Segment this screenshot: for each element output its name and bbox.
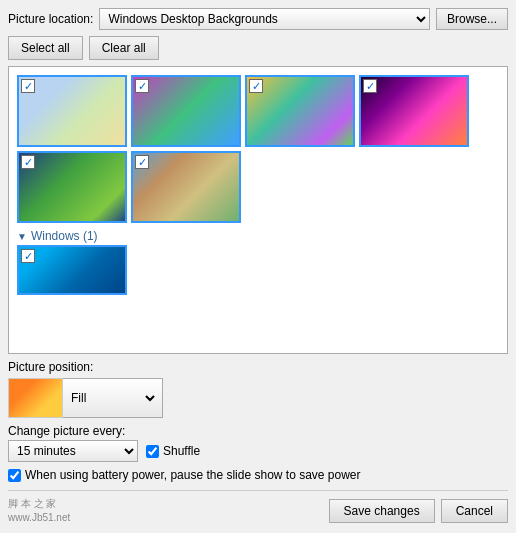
gallery-item-checkbox[interactable] xyxy=(21,249,35,263)
save-changes-button[interactable]: Save changes xyxy=(329,499,435,523)
location-dropdown-wrapper[interactable]: Windows Desktop Backgrounds xyxy=(99,8,430,30)
picture-position-label: Picture position: xyxy=(8,360,508,374)
gallery-item[interactable] xyxy=(131,151,241,223)
gallery-item-checkbox[interactable] xyxy=(135,79,149,93)
battery-checkbox[interactable] xyxy=(8,469,21,482)
gallery-scroll[interactable]: ▼ Windows (1) xyxy=(9,67,507,353)
battery-label: When using battery power, pause the slid… xyxy=(25,468,361,482)
gallery-item-checkbox[interactable] xyxy=(135,155,149,169)
main-container: Picture location: Windows Desktop Backgr… xyxy=(0,0,516,533)
gallery-item[interactable] xyxy=(359,75,469,147)
gallery-item-windows[interactable] xyxy=(17,245,127,295)
bottom-bar: 脚 本 之 家 www.Jb51.net Save changes Cancel xyxy=(8,490,508,525)
gallery-item[interactable] xyxy=(17,151,127,223)
position-preview-row: Fill Fit Stretch Tile Center xyxy=(8,378,508,418)
watermark: 脚 本 之 家 www.Jb51.net xyxy=(8,497,70,525)
gallery-item[interactable] xyxy=(131,75,241,147)
battery-row: When using battery power, pause the slid… xyxy=(8,468,508,482)
gallery-item-checkbox[interactable] xyxy=(21,155,35,169)
select-all-button[interactable]: Select all xyxy=(8,36,83,60)
gallery-item-checkbox[interactable] xyxy=(249,79,263,93)
picture-position-section: Picture position: Fill Fit Stretch Tile … xyxy=(8,360,508,418)
shuffle-row: Shuffle xyxy=(146,444,200,458)
bottom-buttons: Save changes Cancel xyxy=(329,499,508,523)
gallery-item[interactable] xyxy=(17,75,127,147)
position-dropdown-wrapper[interactable]: Fill Fit Stretch Tile Center xyxy=(63,378,163,418)
shuffle-checkbox[interactable] xyxy=(146,445,159,458)
picture-location-label: Picture location: xyxy=(8,12,93,26)
section-label: Windows (1) xyxy=(31,229,98,243)
shuffle-label: Shuffle xyxy=(163,444,200,458)
location-dropdown[interactable]: Windows Desktop Backgrounds xyxy=(99,8,430,30)
clear-all-button[interactable]: Clear all xyxy=(89,36,159,60)
change-picture-row: 1 minute 2 minutes 5 minutes 10 minutes … xyxy=(8,440,508,462)
section-header-windows[interactable]: ▼ Windows (1) xyxy=(13,227,503,245)
interval-dropdown[interactable]: 1 minute 2 minutes 5 minutes 10 minutes … xyxy=(8,440,138,462)
gallery-item-checkbox[interactable] xyxy=(363,79,377,93)
change-picture-label: Change picture every: xyxy=(8,424,508,438)
select-clear-row: Select all Clear all xyxy=(8,36,508,60)
picture-location-row: Picture location: Windows Desktop Backgr… xyxy=(8,8,508,30)
gallery-item[interactable] xyxy=(245,75,355,147)
gallery-grid xyxy=(13,71,503,227)
windows-gallery-row xyxy=(13,245,503,299)
watermark-line2: www.Jb51.net xyxy=(8,511,70,525)
browse-button[interactable]: Browse... xyxy=(436,8,508,30)
position-dropdown[interactable]: Fill Fit Stretch Tile Center xyxy=(67,390,158,406)
section-arrow-icon: ▼ xyxy=(17,231,27,242)
change-picture-section: Change picture every: 1 minute 2 minutes… xyxy=(8,424,508,462)
position-thumbnail xyxy=(8,378,63,418)
interval-dropdown-wrapper[interactable]: 1 minute 2 minutes 5 minutes 10 minutes … xyxy=(8,440,138,462)
cancel-button[interactable]: Cancel xyxy=(441,499,508,523)
gallery-container: ▼ Windows (1) xyxy=(8,66,508,354)
watermark-line1: 脚 本 之 家 xyxy=(8,497,70,511)
gallery-item-checkbox[interactable] xyxy=(21,79,35,93)
